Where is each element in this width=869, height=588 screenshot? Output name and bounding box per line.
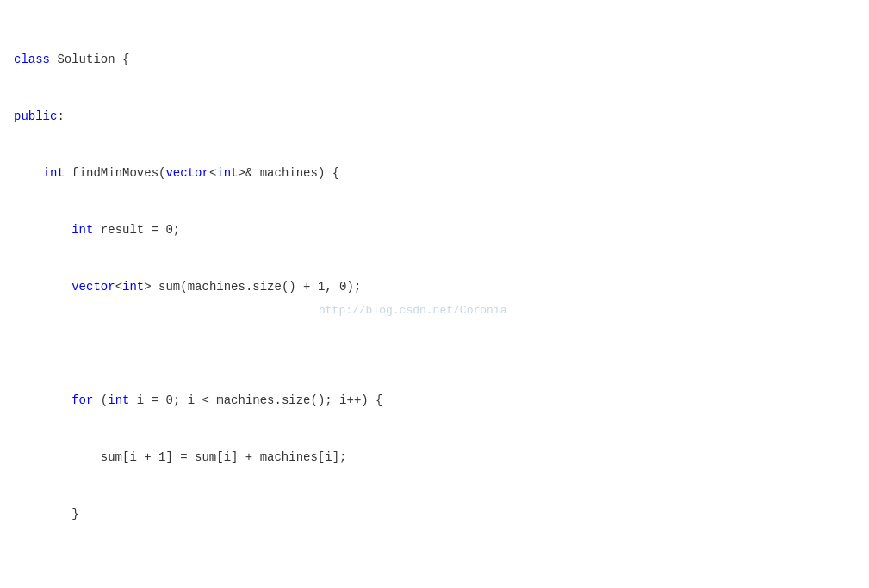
line-2: public: (14, 107, 855, 126)
kw-public: public (14, 109, 57, 123)
line-4: int result = 0; (14, 220, 855, 239)
line-7: for (int i = 0; i < machines.size(); i++… (14, 391, 855, 410)
line-10 (14, 561, 855, 580)
line-6 (14, 334, 855, 353)
watermark: http://blog.csdn.net/Coronia (319, 301, 506, 320)
kw-class: class (14, 53, 50, 66)
code-block: class Solution { public: int findMinMove… (0, 9, 869, 588)
line-5: vector<int> sum(machines.size() + 1, 0); (14, 277, 855, 296)
line-8: sum[i + 1] = sum[i] + machines[i]; (14, 448, 855, 467)
line-1: class Solution { (14, 50, 855, 69)
code-container: class Solution { public: int findMinMove… (0, 0, 869, 588)
line-3: int findMinMoves(vector<int>& machines) … (14, 164, 855, 183)
line-9: } (14, 504, 855, 523)
